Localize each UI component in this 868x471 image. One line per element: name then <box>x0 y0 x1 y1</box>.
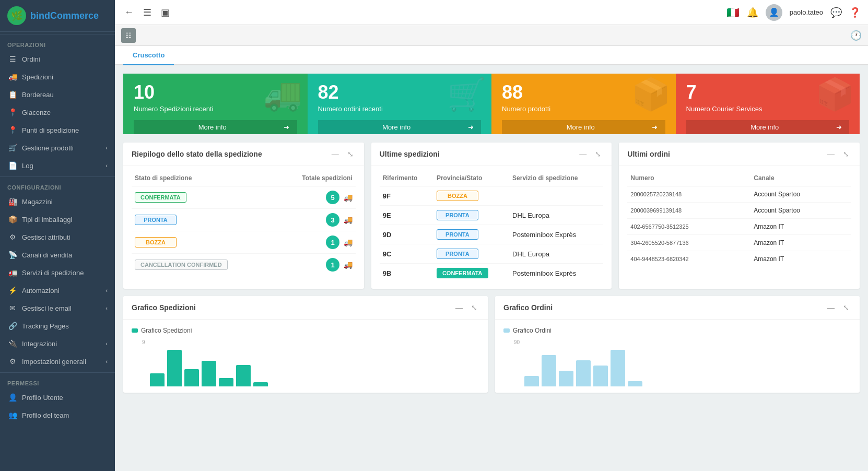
section-permessi: PERMESSI <box>0 372 115 388</box>
table-row: CANCELLATION CONFIRMED 1 🚚 <box>132 254 356 276</box>
chevron-impostazioni: ‹ <box>105 358 108 364</box>
chart-spedizioni-expand[interactable]: ⤡ <box>469 302 479 313</box>
col-prov: Provincia/Stato <box>433 172 509 186</box>
sidebar-item-log[interactable]: 📄Log‹ <box>0 157 115 174</box>
sidebar-item-ordini[interactable]: ☰Ordini <box>0 50 115 68</box>
sidebar-item-canali-vendita[interactable]: 📡Canali di vendita <box>0 246 115 264</box>
panel-spedizioni-body: Riferimento Provincia/Stato Servizio di … <box>371 166 612 289</box>
chevron-gestione: ‹ <box>105 145 108 151</box>
impostazioni-icon: ⚙ <box>7 357 18 366</box>
sidebar-item-servizi-spedizione[interactable]: 🚛Servizi di spedizione <box>0 264 115 281</box>
panel-riepilogo-minimize[interactable]: — <box>330 149 341 159</box>
team-icon: 👥 <box>7 411 18 419</box>
chart-ordini-y: 90 <box>514 339 520 345</box>
chart-bar <box>184 369 199 386</box>
chart-spedizioni-legend: Grafico Spedizioni <box>132 327 479 334</box>
more-info-courier[interactable]: More info ➜ <box>686 120 850 134</box>
panel-spedizioni-title: Ultime spedizioni <box>380 150 578 158</box>
sidebar-item-punti-spedizione[interactable]: 📍Punti di spedizione <box>0 121 115 139</box>
col-totale: Totale spedizioni <box>274 172 356 186</box>
chart-spedizioni-minimize[interactable]: — <box>453 302 465 313</box>
tab-cruscotto[interactable]: Cruscotto <box>123 46 174 65</box>
help-icon[interactable]: ❓ <box>849 7 861 18</box>
stat-label-prodotti: Numero prodotti <box>502 105 665 113</box>
shipment-table: Stato di spedizione Totale spedizioni CO… <box>132 172 356 276</box>
panel-spedizioni-expand[interactable]: ⤡ <box>593 149 603 159</box>
more-info-ordini[interactable]: More info ➜ <box>318 120 482 134</box>
panel-riepilogo-actions: — ⤡ <box>330 149 356 159</box>
status-badge: PRONTA <box>437 229 478 240</box>
status-badge: PRONTA <box>437 210 478 220</box>
truck-icon: 🚚 <box>344 193 353 202</box>
chart-bar <box>576 360 591 386</box>
chevron-integrazioni: ‹ <box>105 340 108 347</box>
panel-riepilogo-body: Stato di spedizione Totale spedizioni CO… <box>123 166 364 282</box>
sidebar-item-bordereau[interactable]: 📋Bordereau <box>0 86 115 103</box>
canali-icon: 📡 <box>7 251 18 259</box>
menu-toggle[interactable]: ☰ <box>141 5 154 20</box>
truck-icon: 🚚 <box>344 238 353 246</box>
sidebar-item-integrazioni[interactable]: 🔌Integrazioni‹ <box>0 335 115 352</box>
col-stato: Stato di spedizione <box>132 172 274 186</box>
sidebar-item-giacenze[interactable]: 📍Giacenze <box>0 103 115 121</box>
legend-dot-ordini <box>503 328 510 333</box>
punti-icon: 📍 <box>7 126 18 134</box>
stat-card-courier: 📦 7 Numero Courier Services More info ➜ <box>676 74 860 134</box>
chart-ordini-expand[interactable]: ⤡ <box>841 302 851 313</box>
integrazioni-icon: 🔌 <box>7 339 18 348</box>
chart-bar <box>253 382 268 386</box>
status-badge: BOZZA <box>437 191 478 201</box>
panel-ultimi-ordini: Ultimi ordini — ⤡ Numero Canale <box>619 143 860 289</box>
sidebar-item-spedizioni[interactable]: 🚚Spedizioni <box>0 68 115 86</box>
stat-label-ordini: Numero ordini recenti <box>318 105 482 113</box>
sidebar-item-impostazioni[interactable]: ⚙Impostazioni generali‹ <box>0 352 115 370</box>
sidebar-item-profilo-utente[interactable]: 👤Profilo Utente <box>0 388 115 406</box>
panel-ultime-spedizioni: Ultime spedizioni — ⤡ Riferimento Provin… <box>371 143 612 289</box>
sidebar-item-tipi-imballaggi[interactable]: 📦Tipi di imballaggi <box>0 210 115 228</box>
sidebar-item-email[interactable]: ✉Gestisci le email‹ <box>0 299 115 317</box>
sidebar-item-gestione-prodotti[interactable]: 🛒Gestione prodotti‹ <box>0 139 115 157</box>
sidebar-item-tracking[interactable]: 🔗Tracking Pages <box>0 317 115 335</box>
chart-ordini-minimize[interactable]: — <box>825 302 837 313</box>
count-badge: 1 <box>326 258 339 272</box>
sidebar: 🌿 bindCommerce OPERAZIONI ☰Ordini 🚚Spedi… <box>0 0 115 471</box>
col-rif: Riferimento <box>380 172 433 186</box>
dashboard-icon[interactable]: ☷ <box>121 28 136 43</box>
chart-bar <box>559 371 573 386</box>
status-badge: CONFERMATA <box>437 268 488 278</box>
clock-icon[interactable]: 🕐 <box>850 30 862 41</box>
chart-spedizioni-actions: — ⤡ <box>453 302 479 313</box>
sidebar-item-profilo-team[interactable]: 👥Profilo del team <box>0 406 115 424</box>
tracking-icon: 🔗 <box>7 322 18 330</box>
ultime-spedizioni-table: Riferimento Provincia/Stato Servizio di … <box>380 172 604 282</box>
stat-card-prodotti: 📦 88 Numero prodotti More info ➜ <box>491 74 676 134</box>
panel-ordini-expand[interactable]: ⤡ <box>841 149 851 159</box>
panel-riepilogo-title: Riepilogo dello stato della spedizione <box>132 150 330 158</box>
back-button[interactable]: ← <box>122 5 136 20</box>
topbar: ← ☰ ▣ 🇮🇹 🔔 👤 paolo.tateo 💬 ❓ <box>115 0 868 25</box>
section-configurazioni: CONFIGURAZIONI <box>0 176 115 193</box>
sidebar-item-magazzini[interactable]: 🏭Magazzini <box>0 193 115 210</box>
status-badge: PRONTA <box>135 215 177 225</box>
chart-bar <box>611 350 625 386</box>
chart-panel-spedizioni: Grafico Spedizioni — ⤡ Grafico Spedizion… <box>123 296 488 393</box>
more-info-spedizioni[interactable]: More info ➜ <box>134 120 297 134</box>
chart-bar <box>628 381 642 386</box>
panel-riepilogo-header: Riepilogo dello stato della spedizione —… <box>123 143 364 166</box>
table-row: 2000039699139148 Account Spartoo <box>627 203 851 219</box>
copy-icon[interactable]: ▣ <box>159 5 172 20</box>
chat-icon[interactable]: 💬 <box>830 7 842 18</box>
bell-icon[interactable]: 🔔 <box>747 7 758 18</box>
sidebar-item-gestisci-attributi[interactable]: ⚙Gestisci attributi <box>0 228 115 246</box>
more-info-prodotti[interactable]: More info ➜ <box>502 120 665 134</box>
panel-ordini-minimize[interactable]: — <box>825 149 837 159</box>
legend-dot-spedizioni <box>132 328 138 333</box>
count-badge: 5 <box>326 191 339 204</box>
panel-riepilogo-expand[interactable]: ⤡ <box>345 149 356 159</box>
panel-ordini-actions: — ⤡ <box>825 149 851 159</box>
ultimi-ordini-table: Numero Canale 2000025720239148 Account S… <box>627 172 851 267</box>
sidebar-item-automazioni[interactable]: ⚡Automazioni‹ <box>0 281 115 299</box>
chart-ordini-header: Grafico Ordini — ⤡ <box>495 296 860 320</box>
panel-spedizioni-minimize[interactable]: — <box>577 149 589 159</box>
sub-topbar-right: 🕐 <box>850 30 862 41</box>
